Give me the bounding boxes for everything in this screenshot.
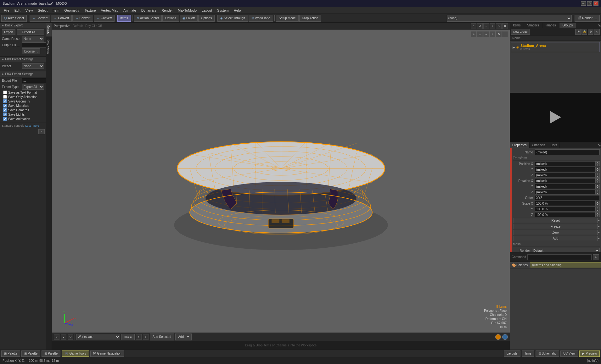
- maximize-button[interactable]: □: [587, 1, 592, 6]
- save-geometry-checkbox[interactable]: [3, 99, 7, 103]
- vp-bottom-btn-2[interactable]: ▸: [61, 334, 66, 340]
- save-cameras-checkbox[interactable]: [3, 108, 7, 112]
- zero-button[interactable]: Zero: [514, 230, 598, 235]
- pos-y-up[interactable]: ▲: [595, 167, 600, 169]
- menu-layout[interactable]: Layout: [199, 7, 215, 14]
- auto-select-button[interactable]: ⬡ Auto Select: [1, 15, 27, 22]
- prop-tab-channels[interactable]: Channels: [530, 142, 548, 148]
- prop-tab-properties[interactable]: Properties: [510, 142, 530, 148]
- reset-button[interactable]: Reset: [514, 218, 598, 223]
- browse-button[interactable]: Browse ...: [22, 48, 40, 54]
- vp-corner-zoom-in-button[interactable]: +: [490, 31, 495, 37]
- vp-corner-settings-button[interactable]: ⚙: [496, 31, 502, 37]
- menu-help[interactable]: Help: [231, 7, 244, 14]
- command-input[interactable]: [527, 254, 592, 260]
- pos-z-down[interactable]: ▼: [595, 175, 600, 178]
- palette-tab-3[interactable]: ⊞ Palette: [42, 350, 60, 357]
- items-lock-button[interactable]: 🔒: [581, 29, 587, 35]
- items-and-shading-button[interactable]: ⊞ Items and Shading: [530, 262, 601, 268]
- preset-select[interactable]: None: [22, 63, 44, 69]
- blue-circle-button[interactable]: [502, 334, 508, 340]
- tab-groups[interactable]: Groups: [559, 23, 576, 28]
- vp-home-button[interactable]: ⌂: [471, 23, 476, 29]
- options-button-1[interactable]: Options: [162, 15, 179, 22]
- rot-z-up[interactable]: ▲: [595, 190, 600, 192]
- game-tools-tab[interactable]: 🎮 Game Tools: [62, 350, 89, 357]
- uv-view-tab[interactable]: UV View: [560, 350, 578, 357]
- scale-z-up[interactable]: ▲: [595, 212, 600, 215]
- vp-corner-expand-button[interactable]: ⤡: [471, 31, 476, 37]
- menu-item[interactable]: Item: [50, 7, 62, 14]
- menu-view[interactable]: View: [23, 7, 36, 14]
- tab-items[interactable]: Items: [510, 23, 524, 28]
- export-type-select[interactable]: Export All: [22, 84, 44, 90]
- export-button[interactable]: Export: [2, 29, 15, 35]
- workspace-select[interactable]: Workspace: [76, 334, 120, 340]
- close-button[interactable]: ✕: [593, 1, 598, 6]
- render-select[interactable]: Default: [532, 248, 600, 252]
- less-link[interactable]: Less: [25, 124, 31, 127]
- items-eye-button[interactable]: 👁: [575, 29, 581, 35]
- rot-z-down[interactable]: ▼: [595, 192, 600, 195]
- vp-settings-button[interactable]: ⚙: [502, 23, 508, 29]
- side-tab-vertex-map[interactable]: Vertex Map: [46, 37, 52, 57]
- time-tab[interactable]: Time: [522, 350, 534, 357]
- schematic-tab[interactable]: ⊡ Schematic: [536, 350, 559, 357]
- tab-shaders[interactable]: Shaders: [524, 23, 542, 28]
- select-through-button[interactable]: ◈ Select Through: [217, 15, 248, 22]
- pos-x-up[interactable]: ▲: [595, 161, 600, 164]
- pos-y-down[interactable]: ▼: [595, 169, 600, 172]
- scale-x-up[interactable]: ▲: [595, 201, 600, 203]
- menu-dynamics[interactable]: Dynamics: [139, 7, 159, 14]
- menu-render[interactable]: Render: [159, 7, 175, 14]
- items-button[interactable]: Items: [117, 15, 131, 22]
- save-materials-checkbox[interactable]: [3, 104, 7, 108]
- prop-tab-lists[interactable]: Lists: [548, 142, 560, 148]
- convert-button-3[interactable]: ↔ Convert: [72, 15, 93, 22]
- vp-zoom-in-button[interactable]: +: [490, 23, 495, 29]
- menu-vertex-map[interactable]: Vertex Map: [98, 7, 121, 14]
- rot-y-up[interactable]: ▲: [595, 184, 600, 186]
- game-preset-select[interactable]: None: [22, 36, 44, 41]
- save-lights-checkbox[interactable]: [3, 113, 7, 116]
- vp-corner-dots-button[interactable]: ⋮: [502, 31, 508, 37]
- setup-mode-button[interactable]: Setup Mode: [276, 15, 299, 22]
- action-center-button[interactable]: ⊕ Action Center: [134, 15, 162, 22]
- render-button[interactable]: 🎬 Render ....: [575, 15, 600, 22]
- drop-action-button[interactable]: Drop Action: [299, 15, 321, 22]
- vp-corner-home-button[interactable]: ⌂: [477, 31, 483, 37]
- menu-select[interactable]: Select: [35, 7, 50, 14]
- vp-expand-button[interactable]: ⤡: [496, 23, 502, 29]
- layouts-tab[interactable]: Layouts: [504, 350, 520, 357]
- falloff-button[interactable]: ◉ Falloff: [180, 15, 198, 22]
- rot-x-down[interactable]: ▼: [595, 181, 600, 183]
- scale-y-up[interactable]: ▲: [595, 207, 600, 209]
- menu-maxtomodo[interactable]: MaxToModo: [175, 7, 199, 14]
- items-new-group-button[interactable]: New Group: [511, 29, 530, 35]
- menu-file[interactable]: File: [1, 7, 12, 14]
- menu-edit[interactable]: Edit: [12, 7, 23, 14]
- vp-rotate-button[interactable]: ↺: [477, 23, 483, 29]
- play-button[interactable]: [548, 109, 563, 125]
- minimize-button[interactable]: ─: [581, 1, 586, 6]
- save-text-format-checkbox[interactable]: [3, 91, 7, 94]
- export-file-input[interactable]: [22, 78, 46, 83]
- output-dir-input[interactable]: [22, 42, 46, 47]
- palette-tab-1[interactable]: ⊞ Palette: [1, 350, 20, 357]
- add-dropdown-button[interactable]: Add... ▾: [175, 334, 192, 340]
- rot-y-down[interactable]: ▼: [595, 186, 600, 189]
- convert-button-2[interactable]: ↔ Convert: [51, 15, 72, 22]
- add-selected-button[interactable]: Add Selected: [150, 334, 174, 340]
- vp-zoom-out-button[interactable]: −: [483, 23, 489, 29]
- export-as-button[interactable]: Export As ...: [17, 29, 44, 35]
- save-only-animation-checkbox[interactable]: [3, 95, 7, 99]
- grid-view-button[interactable]: ⊞ ≡ ≡: [121, 334, 135, 340]
- palette-tab-2[interactable]: ⊞ Palette: [21, 350, 40, 357]
- group-item[interactable]: ▶ ◈ Stadium_Arena 8 Items: [511, 42, 600, 52]
- none-dropdown[interactable]: (none): [447, 15, 572, 22]
- rot-x-up[interactable]: ▲: [595, 178, 600, 181]
- convert-button-4[interactable]: ↔ Convert: [94, 15, 115, 22]
- freeze-button[interactable]: Freeze: [514, 224, 598, 229]
- orange-circle-button[interactable]: [495, 334, 501, 340]
- menu-geometry[interactable]: Geometry: [62, 7, 82, 14]
